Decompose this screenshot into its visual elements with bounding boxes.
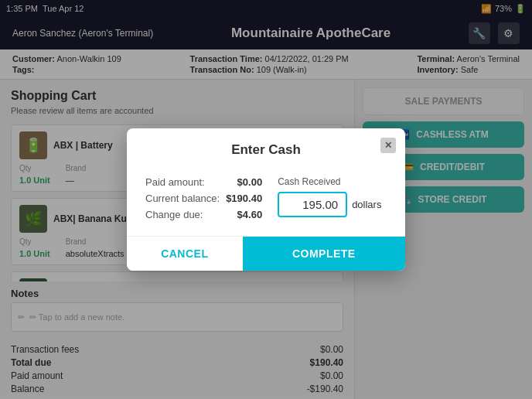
dollars-label: dollars <box>352 199 381 210</box>
modal-body: Paid amount: $0.00 Current balance: $190… <box>127 169 405 236</box>
cancel-button[interactable]: CANCEL <box>127 237 243 271</box>
cash-input-row: dollars <box>278 192 381 217</box>
paid-amount-value: $0.00 <box>237 176 263 188</box>
modal-amount-info: Paid amount: $0.00 Current balance: $190… <box>145 176 262 220</box>
cash-input[interactable] <box>278 192 347 217</box>
modal-footer: CANCEL COMPLETE <box>127 236 405 271</box>
cash-received-label: Cash Received <box>278 176 340 187</box>
change-due-value: $4.60 <box>237 209 263 220</box>
current-balance-value: $190.40 <box>226 193 262 204</box>
paid-amount-label: Paid amount: <box>145 176 205 188</box>
modal-close-button[interactable]: ✕ <box>380 138 396 153</box>
close-icon: ✕ <box>384 140 392 151</box>
cash-received-section: Cash Received dollars <box>278 176 381 217</box>
enter-cash-modal: Enter Cash ✕ Paid amount: $0.00 Current … <box>127 128 405 271</box>
modal-header: Enter Cash ✕ <box>127 128 405 169</box>
modal-overlay: Enter Cash ✕ Paid amount: $0.00 Current … <box>0 0 532 399</box>
current-balance-label: Current balance: <box>145 193 220 204</box>
change-due-label: Change due: <box>145 209 203 220</box>
complete-button[interactable]: COMPLETE <box>243 237 405 271</box>
modal-title: Enter Cash <box>231 142 301 157</box>
